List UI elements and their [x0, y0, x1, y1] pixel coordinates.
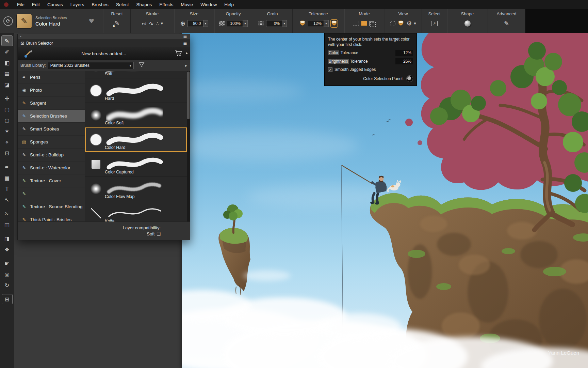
shape-rect-tool[interactable]: ▩: [2, 173, 13, 183]
scissors-tool[interactable]: ✁: [2, 209, 13, 219]
category-thick-paint-bristles[interactable]: ✎Thick Paint : Bristles: [18, 213, 85, 221]
brush-variant-color-hard[interactable]: Color Hard: [85, 127, 187, 152]
apple-menu-icon[interactable]: [4, 2, 9, 7]
chevron-down-icon[interactable]: ▾: [414, 21, 416, 26]
category-selection-brushes[interactable]: ✎Selection Brushes: [18, 110, 85, 123]
zoom-tool[interactable]: ◎: [2, 269, 13, 279]
lasso-tool[interactable]: ○: [2, 115, 13, 125]
mode-new-selection-icon[interactable]: [353, 21, 359, 26]
hand-tool[interactable]: ☛: [2, 258, 13, 269]
brush-tool[interactable]: ✎: [2, 36, 13, 46]
category-pens[interactable]: ✒Pens: [18, 71, 85, 84]
rotate-page-tool[interactable]: ↻: [2, 280, 13, 290]
category-texture-source-blending[interactable]: ✎Texture : Source Blending: [18, 200, 85, 213]
menu-window[interactable]: Window: [197, 0, 220, 9]
current-brush-thumbnail[interactable]: ✎: [16, 14, 32, 29]
tolerance-value[interactable]: 12%: [308, 20, 324, 27]
new-brushes-banner[interactable]: New brushes added... ▸: [18, 47, 190, 60]
paint-bucket-active-icon[interactable]: [331, 20, 338, 27]
move-tool[interactable]: ✛: [2, 93, 13, 104]
mirror-tool[interactable]: ◨: [2, 233, 13, 244]
paint-bucket-icon[interactable]: [397, 20, 404, 27]
menu-file[interactable]: File: [13, 0, 28, 9]
grain-value[interactable]: 0%: [266, 20, 282, 27]
brush-variant-color-captured[interactable]: Color Captured: [85, 152, 187, 177]
navigator-toggle[interactable]: ⊞: [2, 294, 13, 304]
category-sponges[interactable]: ▧Sponges: [18, 136, 85, 149]
brightness-tolerance-value[interactable]: 26%: [395, 58, 413, 64]
pen-tool[interactable]: ✒: [2, 162, 13, 172]
menu-select[interactable]: Select: [112, 0, 133, 9]
chevron-down-icon[interactable]: ▾: [243, 20, 248, 27]
brush-library-dropdown[interactable]: Painter 2023 Brushes ▾: [48, 62, 134, 69]
favorite-heart-icon[interactable]: ♥: [89, 17, 94, 25]
mode-subtract-selection-icon[interactable]: [369, 21, 374, 26]
crop-tool[interactable]: ⊡: [2, 148, 13, 158]
category-sargent[interactable]: ✎Sargent: [18, 97, 85, 110]
chevron-down-icon[interactable]: ▾: [203, 20, 208, 27]
chevron-right-icon[interactable]: ▸: [185, 63, 187, 68]
panel-close-icon[interactable]: ⊠: [20, 41, 24, 46]
brush-variant-color-flow-map[interactable]: Color Flow Map: [85, 177, 187, 201]
stroke-type-freehand-icon[interactable]: ∾: [142, 20, 147, 27]
size-value[interactable]: 80.0: [187, 20, 203, 27]
paint-bucket-tool[interactable]: ◧: [2, 58, 13, 68]
view-marquee-icon[interactable]: [390, 21, 395, 26]
text-tool[interactable]: T: [2, 184, 13, 194]
brush-variant-hard[interactable]: Hard: [85, 78, 187, 103]
category-smart-strokes[interactable]: ✎Smart Strokes: [18, 123, 85, 136]
chevron-down-icon[interactable]: ▾: [324, 20, 329, 27]
hamburger-icon[interactable]: ≡: [183, 34, 187, 39]
shape-select-tool[interactable]: ↖: [2, 195, 13, 205]
color-tolerance-value[interactable]: 12%: [395, 50, 413, 56]
category-photo[interactable]: ◉Photo: [18, 84, 85, 97]
menu-shapes[interactable]: Shapes: [132, 0, 156, 9]
variant-scrollbar[interactable]: [187, 71, 190, 221]
menu-effects[interactable]: Effects: [156, 0, 177, 9]
panel-title-bar[interactable]: ⊠ Brush Selector ≡: [18, 39, 190, 47]
category-sumie-watercolor[interactable]: ✎Sumi-e : Watercolor: [18, 162, 85, 174]
menu-brushes[interactable]: Brushes: [88, 0, 112, 9]
brush-variant-soft[interactable]: Soft: [85, 71, 187, 78]
reset-brush-button[interactable]: ✎ ✘: [114, 20, 119, 27]
scrollbar-thumb[interactable]: [187, 72, 190, 119]
brush-variant-color-soft[interactable]: Color Soft: [85, 103, 187, 127]
shape-sphere-icon[interactable]: [464, 20, 471, 27]
opacity-dropdown[interactable]: 100% ▾: [227, 20, 248, 27]
menu-help[interactable]: Help: [220, 0, 238, 9]
hamburger-icon[interactable]: ≡: [183, 41, 187, 46]
chevron-down-icon[interactable]: ▾: [282, 20, 287, 27]
mode-paint-selection-icon[interactable]: [361, 21, 367, 26]
stroke-type-line-icon[interactable]: ∿: [149, 20, 154, 27]
smooth-jagged-edges-checkbox[interactable]: ✓: [328, 67, 332, 72]
chevron-down-icon[interactable]: ▾: [161, 21, 163, 26]
kaleidoscope-tool[interactable]: ❖: [2, 244, 13, 255]
brush-ghost-button[interactable]: ⟳: [3, 16, 13, 26]
cart-icon[interactable]: [174, 50, 182, 58]
eraser-tool[interactable]: ◪: [2, 79, 13, 90]
rect-select-tool[interactable]: ▢: [2, 104, 13, 114]
cloner-tool[interactable]: ◫: [2, 219, 13, 230]
filter-funnel-icon[interactable]: [138, 62, 145, 69]
color-selection-panel-icon[interactable]: [406, 75, 413, 82]
category-texture-cover-25d[interactable]: ✎: [18, 187, 85, 200]
menu-edit[interactable]: Edit: [28, 0, 44, 9]
tolerance-dropdown[interactable]: 12% ▾: [308, 20, 329, 27]
brush-variant-knife[interactable]: Knife: [85, 201, 187, 221]
select-transform-icon[interactable]: ↗: [431, 21, 438, 26]
advanced-brush-icon[interactable]: ✎: [504, 20, 509, 27]
gradient-tool[interactable]: ▤: [2, 68, 13, 79]
stroke-options-icon[interactable]: ∴: [156, 21, 159, 26]
menu-layers[interactable]: Layers: [67, 0, 88, 9]
paint-bucket-icon[interactable]: [299, 20, 306, 27]
eyedropper-tool[interactable]: ✐: [2, 47, 13, 57]
menu-canvas[interactable]: Canvas: [44, 0, 67, 9]
gear-icon[interactable]: ⚙: [406, 20, 412, 27]
category-texture-cover[interactable]: ✎Texture : Cover: [18, 174, 85, 187]
chevron-right-icon[interactable]: ▸: [186, 51, 188, 55]
transform-tool[interactable]: ⌖: [2, 137, 13, 147]
menu-movie[interactable]: Movie: [177, 0, 197, 9]
magic-wand-tool[interactable]: ✶: [2, 126, 13, 136]
size-dropdown[interactable]: 80.0 ▾: [187, 20, 208, 27]
grain-dropdown[interactable]: 0% ▾: [266, 20, 287, 27]
